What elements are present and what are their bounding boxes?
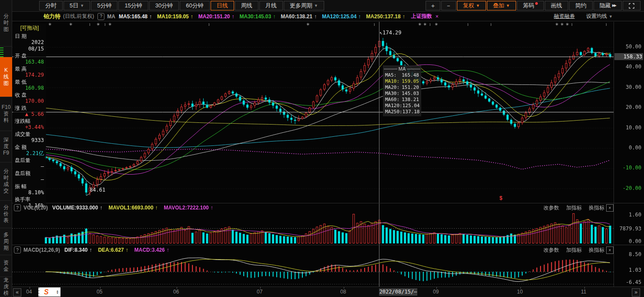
- month-label: 07: [257, 289, 262, 295]
- event-arrows-icon[interactable]: ↕: [467, 22, 469, 27]
- vol-axis-top: 1.60: [614, 212, 641, 218]
- tool-button-隐藏[interactable]: 隐藏▶▶: [594, 1, 622, 10]
- event-star-icon[interactable]: ✳: [306, 22, 310, 27]
- tool-button-叠加[interactable]: 叠加▼: [487, 1, 516, 10]
- toolbar-tools-group: ＋－复权▼叠加▼筹码画线简约隐藏▶▶: [426, 1, 644, 10]
- event-arrows-icon[interactable]: ↕: [104, 22, 106, 27]
- tool-button-复权[interactable]: 复权▼: [457, 1, 486, 10]
- month-label: 04: [26, 289, 32, 295]
- price-axis-label: 30.00: [614, 84, 641, 90]
- tool-button-画线[interactable]: 画线: [545, 1, 568, 10]
- period-button-周线[interactable]: 周线: [235, 1, 258, 10]
- indicator-control-加指标[interactable]: 加指标: [566, 246, 582, 254]
- event-star-icon[interactable]: ✳: [418, 22, 422, 27]
- indicator-control-加指标[interactable]: 加指标: [566, 204, 582, 212]
- ma-tooltip-header: MA: [384, 66, 420, 71]
- period-button-30分钟[interactable]: 30分钟: [149, 1, 179, 10]
- margin-trading-link[interactable]: 融资融券: [554, 13, 575, 20]
- scroll-left-button[interactable]: «: [13, 288, 21, 297]
- quote-field-label: 收 盘: [13, 91, 46, 98]
- quote-field-label: 日 期: [13, 33, 46, 39]
- event-star-icon[interactable]: ✳: [69, 22, 73, 27]
- period-button-更多周期[interactable]: 更多周期▼: [284, 1, 324, 10]
- sidebar-item-7[interactable]: 资 金: [0, 255, 12, 277]
- period-button-5日[interactable]: 5日▼: [64, 1, 90, 10]
- up-arrow-icon: ↑: [402, 14, 405, 20]
- sidebar-item-6[interactable]: 多 周 期: [0, 228, 12, 256]
- tool-button-＋[interactable]: ＋: [426, 1, 440, 10]
- broker-logo-widget[interactable]: S ▲▼: [38, 287, 60, 297]
- month-label: 11: [581, 289, 586, 295]
- indicator-control-改参数[interactable]: 改参数: [543, 204, 559, 212]
- event-star-icon[interactable]: ✳: [423, 22, 427, 27]
- logo-collapse-arrows[interactable]: ▲▼: [56, 290, 59, 294]
- tool-button-－[interactable]: －: [441, 1, 456, 10]
- event-star-icon[interactable]: ✳: [435, 22, 438, 27]
- sidebar-item-4[interactable]: 分 时 成 交: [0, 162, 12, 201]
- ma-legend-value: MA250:137.18↑: [366, 14, 405, 20]
- quote-field-label: 成交量: [13, 131, 46, 137]
- margin-flag-icon: $: [500, 195, 503, 201]
- top-toolbar: 分时5日▼5分钟15分钟30分钟60分钟日线周线月线更多周期▼ ＋－复权▼叠加▼…: [12, 0, 644, 12]
- sidebar-item-8[interactable]: 龙 虎 榜: [0, 277, 12, 297]
- event-star-icon[interactable]: ✳: [566, 22, 569, 27]
- vol-panel-header: ? VOL(5,10) VOLUME:9333.000↑MAVOL1:6693.…: [12, 204, 614, 212]
- indicator-control-改参数[interactable]: 改参数: [543, 246, 559, 254]
- vol-close-icon[interactable]: ×: [606, 204, 614, 212]
- sidebar-item-5[interactable]: 分 价 表: [0, 201, 12, 228]
- indicator-control-换指标[interactable]: 换指标: [589, 246, 604, 254]
- period-button-15分钟[interactable]: 15分钟: [118, 1, 148, 10]
- quote-info-panel[interactable]: [可拖动] 日 期202208/15开 盘163.48最 高174.29最 低1…: [13, 24, 46, 211]
- drag-grip-decoration: [0, 47, 3, 57]
- tool-button-简约[interactable]: 简约: [569, 1, 593, 10]
- sidebar-item-0[interactable]: 分 时 图: [0, 0, 12, 47]
- period-button-分时[interactable]: 分时: [39, 1, 63, 10]
- month-label: 08: [340, 289, 346, 295]
- event-star-icon[interactable]: ✳: [560, 22, 564, 27]
- quote-field-value: +3.44%: [13, 124, 46, 131]
- ma-help-icon[interactable]: ?: [97, 13, 104, 20]
- fullscreen-icon[interactable]: [623, 1, 641, 10]
- event-star-icon[interactable]: ✳: [97, 22, 100, 27]
- scroll-right-button[interactable]: »: [632, 288, 640, 297]
- sidebar-item-2[interactable]: F10 资 料: [0, 97, 12, 131]
- event-star-icon[interactable]: ✳: [555, 22, 559, 27]
- up-arrow-icon: ↑: [167, 247, 169, 253]
- event-arrows-icon[interactable]: ↕: [208, 22, 210, 27]
- event-arrows-icon[interactable]: ↕: [605, 22, 607, 27]
- event-arrows-icon[interactable]: ↕: [373, 22, 376, 27]
- period-button-5分钟[interactable]: 5分钟: [91, 1, 117, 10]
- quote-field-value: 08/15: [13, 46, 46, 52]
- event-arrows-icon[interactable]: ↕: [571, 22, 573, 27]
- macd-help-icon[interactable]: ?: [14, 246, 21, 253]
- price-axis-label: 10.00: [614, 125, 641, 131]
- quote-field-value: 163.48: [13, 59, 46, 65]
- indicator-value: DEA:6.627↑: [98, 247, 128, 253]
- up-arrow-icon: ↑: [314, 14, 317, 20]
- legend-right-links: 融资融券 设置均线▼: [554, 13, 644, 20]
- macd-close-icon[interactable]: ×: [606, 246, 614, 254]
- ma-legend-value: MA20:151.20↑: [198, 14, 235, 20]
- period-button-60分钟[interactable]: 60分钟: [180, 1, 209, 10]
- sidebar-item-1[interactable]: K 线 图: [0, 57, 12, 97]
- ma-settings-link[interactable]: 设置均线▼: [586, 13, 613, 20]
- legend-bar: 铂力特 (日线,前复权) ? MA MA5:165.48↑MA10:159.05…: [12, 12, 644, 21]
- quote-field-label: 振 幅: [13, 183, 46, 189]
- overlay-index-link[interactable]: 上证指数: [411, 13, 432, 20]
- period-button-月线[interactable]: 月线: [259, 1, 283, 10]
- period-button-日线[interactable]: 日线: [211, 1, 234, 10]
- ma-legend-value: MA60:138.21↑: [281, 14, 317, 20]
- tool-button-筹码[interactable]: 筹码: [517, 1, 544, 10]
- indicator-control-换指标[interactable]: 换指标: [589, 204, 604, 212]
- macd-panel-header: ? MACD(12,26,9) DIF:8.340↑DEA:6.627↑MACD…: [12, 246, 614, 254]
- event-star-icon[interactable]: ✳: [108, 22, 112, 27]
- overlay-close-icon[interactable]: ×: [436, 14, 439, 20]
- macd-values: DIF:8.340↑DEA:6.627↑MACD:3.426↑: [64, 247, 169, 253]
- event-arrows-icon[interactable]: ↕: [89, 22, 91, 27]
- quote-field-value: 2022: [13, 39, 46, 46]
- event-arrows-icon[interactable]: ↕: [429, 22, 431, 27]
- vol-help-icon[interactable]: ?: [14, 204, 21, 211]
- event-arrows-icon[interactable]: ↕: [490, 22, 492, 27]
- event-star-icon[interactable]: ✳: [48, 22, 52, 27]
- sidebar-item-3[interactable]: 深 度 F9: [0, 131, 12, 162]
